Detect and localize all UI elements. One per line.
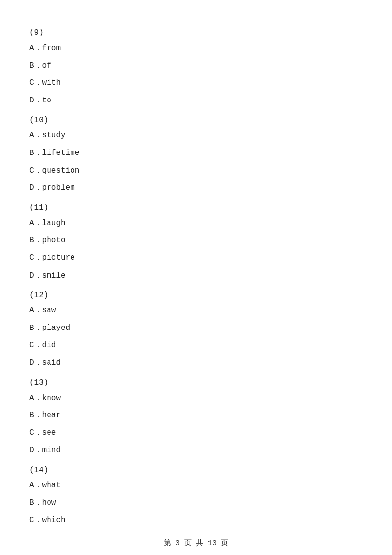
option-11-3: D．smile: [29, 270, 363, 282]
option-12-3: D．said: [29, 357, 363, 370]
option-13-3: D．mind: [29, 444, 363, 457]
option-13-0: A．know: [29, 392, 363, 405]
option-9-3: D．to: [29, 95, 363, 107]
question-number-9: (9): [29, 28, 363, 37]
option-12-0: A．saw: [29, 304, 363, 317]
question-number-10: (10): [29, 116, 363, 125]
option-10-2: C．question: [29, 165, 363, 177]
option-11-0: A．laugh: [29, 217, 363, 230]
question-number-11: (11): [29, 203, 363, 212]
footer-text: 第 3 页 共 13 页: [164, 539, 228, 548]
option-9-0: A．from: [29, 42, 363, 55]
option-11-1: B．photo: [29, 234, 363, 247]
option-12-2: C．did: [29, 339, 363, 352]
option-10-1: B．lifetime: [29, 147, 363, 160]
option-12-1: B．played: [29, 322, 363, 335]
option-9-2: C．with: [29, 77, 363, 90]
option-14-1: B．how: [29, 497, 363, 509]
page-content: (9)A．fromB．ofC．withD．to(10)A．studyB．life…: [0, 0, 392, 555]
option-10-0: A．study: [29, 129, 363, 142]
option-13-2: C．see: [29, 427, 363, 440]
option-14-0: A．what: [29, 479, 363, 492]
page-footer: 第 3 页 共 13 页: [0, 538, 392, 548]
option-13-1: B．hear: [29, 409, 363, 422]
question-number-14: (14): [29, 466, 363, 475]
option-14-2: C．which: [29, 514, 363, 527]
option-10-3: D．problem: [29, 182, 363, 195]
question-number-12: (12): [29, 291, 363, 300]
question-number-13: (13): [29, 378, 363, 387]
option-9-1: B．of: [29, 60, 363, 73]
option-11-2: C．picture: [29, 252, 363, 265]
